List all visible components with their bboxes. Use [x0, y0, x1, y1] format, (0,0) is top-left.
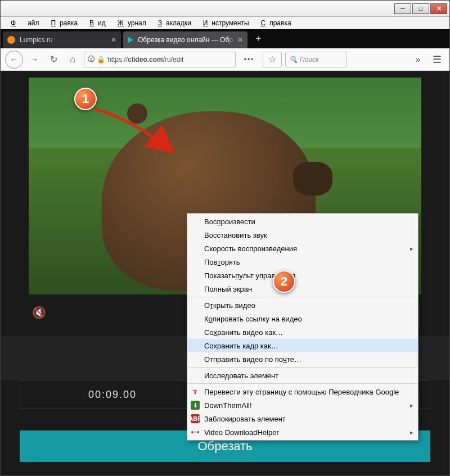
menu-file[interactable]: Файл: [3, 18, 43, 28]
ctx-inspect-element[interactable]: Исследовать элемент: [187, 369, 418, 382]
ctx-open-video[interactable]: Открыть видео: [187, 298, 418, 312]
menu-edit[interactable]: Правка: [43, 18, 82, 28]
overflow-button[interactable]: »: [410, 52, 426, 67]
window-close-button[interactable]: ✕: [430, 3, 447, 14]
tab-title: Lumpics.ru: [20, 36, 53, 44]
ctx-downthemall[interactable]: ⬇ DownThemAll!: [187, 398, 418, 412]
ctx-save-video-as[interactable]: Сохранить видео как…: [187, 325, 418, 339]
menu-view[interactable]: Вид: [82, 18, 110, 28]
ctx-video-downloadhelper[interactable]: Video DownloadHelper: [187, 425, 418, 439]
tab-strip: Lumpics.ru ✕ Обрезка видео онлайн — Обр …: [1, 29, 449, 48]
search-placeholder: Поиск: [300, 56, 319, 64]
translate-icon: T: [191, 387, 200, 396]
address-bar: ← → ↻ ⌂ ⓘ 🔒 https://clideo.com/ru/edit •…: [1, 48, 449, 71]
ctx-email-video[interactable]: Отправить видео по почте…: [187, 352, 418, 366]
favicon-clideo-icon: [128, 37, 133, 43]
lock-icon: 🔒: [97, 56, 105, 64]
window-titlebar: ─ □ ✕: [1, 1, 449, 17]
tab-clideo[interactable]: Обрезка видео онлайн — Обр ✕: [123, 31, 248, 48]
callout-marker-1: 1: [74, 88, 97, 110]
menu-tools[interactable]: Инструменты: [195, 18, 253, 28]
url-input[interactable]: ⓘ 🔒 https://clideo.com/ru/edit: [84, 52, 236, 67]
bookmark-button[interactable]: ☆: [263, 52, 282, 67]
vdh-icon: [191, 428, 200, 437]
nav-back-button[interactable]: ←: [5, 51, 23, 69]
browser-menu-bar: Файл Правка Вид Журнал Закладки Инструме…: [1, 17, 449, 29]
tab-title: Обрезка видео онлайн — Обр: [138, 36, 233, 44]
url-text: https://clideo.com/ru/edit: [107, 56, 183, 64]
ctx-translate-page[interactable]: T Перевести эту страницу с помощью Перев…: [187, 385, 418, 398]
browser-window: ─ □ ✕ Файл Правка Вид Журнал Закладки Ин…: [0, 0, 450, 476]
ctx-fullscreen[interactable]: Полный экран: [187, 282, 418, 296]
callout-marker-2: 2: [273, 270, 295, 293]
ctx-restore-sound[interactable]: Восстановить звук: [187, 228, 418, 242]
page-content: 🔇 00:09.00 до 00:21.00 Обрезать 1 Воспро…: [1, 71, 449, 475]
app-menu-button[interactable]: ☰: [429, 53, 445, 66]
mute-icon[interactable]: 🔇: [32, 306, 46, 319]
time-from-input[interactable]: 00:09.00: [20, 380, 205, 409]
ctx-separator: [188, 383, 417, 384]
site-info-icon[interactable]: ⓘ: [88, 55, 94, 64]
ctx-save-frame-as[interactable]: Сохранить кадр как…: [187, 339, 418, 352]
tab-close-icon[interactable]: ✕: [106, 36, 116, 44]
ctx-separator: [188, 367, 417, 368]
search-icon: 🔍: [289, 56, 298, 64]
favicon-lumpics-icon: [7, 36, 15, 44]
home-button[interactable]: ⌂: [65, 52, 80, 67]
adblock-icon: ABP: [191, 414, 200, 423]
ctx-playback-speed[interactable]: Скорость воспроизведения: [187, 242, 418, 255]
ctx-separator: [188, 297, 417, 297]
nav-forward-button[interactable]: →: [26, 52, 42, 67]
downthemall-icon: ⬇: [191, 401, 200, 410]
menu-bookmarks[interactable]: Закладки: [150, 18, 195, 28]
search-input[interactable]: 🔍 Поиск: [285, 52, 347, 67]
page-actions-button[interactable]: •••: [239, 56, 259, 64]
annotation-arrow: [84, 98, 185, 160]
ctx-block-element[interactable]: ABP Заблокировать элемент: [187, 412, 418, 425]
reload-button[interactable]: ↻: [46, 52, 61, 67]
menu-help[interactable]: Справка: [253, 18, 295, 28]
video-context-menu: Воспроизвести Восстановить звук Скорость…: [187, 213, 418, 441]
window-maximize-button[interactable]: □: [412, 3, 429, 14]
menu-history[interactable]: Журнал: [110, 18, 150, 28]
tab-lumpics[interactable]: Lumpics.ru ✕: [3, 31, 121, 48]
ctx-copy-video-link[interactable]: Копировать ссылку на видео: [187, 312, 418, 325]
new-tab-button[interactable]: +: [250, 33, 267, 45]
window-minimize-button[interactable]: ─: [394, 3, 411, 14]
ctx-show-controls[interactable]: Показать пульт управления: [187, 269, 418, 282]
tab-close-icon[interactable]: ✕: [233, 36, 243, 44]
ctx-play[interactable]: Воспроизвести: [187, 215, 418, 228]
ctx-loop[interactable]: Повторять: [187, 255, 418, 269]
